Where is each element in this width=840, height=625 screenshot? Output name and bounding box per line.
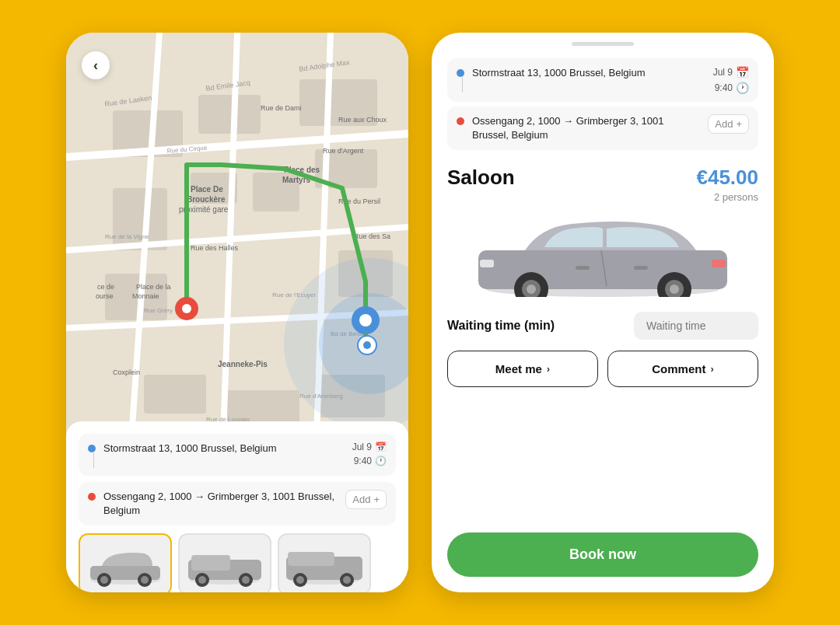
svg-point-66 [198,576,206,584]
vehicle-image-area [447,208,758,301]
svg-point-73 [296,576,304,584]
svg-text:Jeanneke-Pis: Jeanneke-Pis [218,360,268,368]
vehicle-persons: 2 persons [447,191,758,203]
svg-rect-71 [288,552,334,566]
car-van-svg [182,541,268,588]
svg-text:Rue des Halles: Rue des Halles [191,244,239,252]
right-destination-address: Ossengang 2, 1000 → Grimberger 3, 1001 B… [472,114,700,142]
waiting-time-row: Waiting time (min) [447,312,758,340]
add-stop-button[interactable]: Add + [345,490,387,509]
svg-rect-84 [480,260,494,267]
left-bottom-card: Stormstraat 13, 1000 Brussel, Belgium Ju… [66,421,408,592]
svg-point-80 [527,285,536,294]
action-buttons: Meet me › Comment › [447,351,758,387]
car-minibus-svg [282,541,367,588]
map-area: Rue de Laeken Bd Emile Jacq Bd Adolphe M… [66,33,408,484]
svg-rect-88 [634,266,648,270]
svg-text:Place de la: Place de la [136,283,171,291]
car-thumbnail-list [79,533,396,592]
svg-text:Rue de Dami: Rue de Dami [261,104,302,112]
origin-text: Stormstraat 13, 1000 Brussel, Belgium [103,442,345,456]
comment-button[interactable]: Comment › [607,351,758,387]
svg-rect-87 [576,266,590,270]
svg-rect-85 [712,260,726,267]
comment-chevron-icon: › [710,363,713,375]
origin-time: 9:40 🕐 [354,456,387,466]
left-destination-row: Ossengang 2, 1000 → Grimberger 3, 1001 B… [79,482,396,525]
right-destination-dot [457,117,464,125]
right-origin-time: 9:40 🕐 [715,82,749,94]
vehicle-image-svg [463,211,743,297]
svg-text:Monnaie: Monnaie [132,292,159,300]
svg-point-61 [141,576,149,584]
right-content: Stormstraat 13, 1000 Brussel, Belgium Ju… [432,46,774,592]
svg-point-75 [343,576,351,584]
svg-point-68 [242,576,250,584]
right-phone: Stormstraat 13, 1000 Brussel, Belgium Ju… [432,33,774,592]
right-origin-date: Jul 9 📅 [713,66,749,79]
svg-text:Brouckère: Brouckère [187,195,226,204]
book-now-button[interactable]: Book now [447,532,758,577]
right-origin-dot [457,69,464,77]
svg-text:ourse: ourse [96,292,114,300]
destination-text: Ossengang 2, 1000 → Grimberger 3, 1001 B… [103,490,338,518]
svg-rect-2 [198,95,261,134]
meet-me-chevron-icon: › [547,363,550,375]
back-icon: ‹ [93,58,98,74]
vehicle-header: Saloon €45.00 [447,166,758,190]
right-origin-address: Stormstraat 13, 1000 Brussel, Belgium [472,66,705,80]
svg-text:Rue de la Vigne: Rue de la Vigne [105,233,149,240]
right-origin-text: Stormstraat 13, 1000 Brussel, Belgium [472,66,705,80]
svg-text:Rue des Sa: Rue des Sa [354,232,390,240]
left-phone: Rue de Laeken Bd Emile Jacq Bd Adolphe M… [66,33,408,592]
svg-rect-64 [191,555,230,571]
destination-dot [88,493,96,501]
svg-text:Rue d'Argent: Rue d'Argent [323,147,364,155]
svg-point-51 [182,304,191,313]
svg-text:Rue Gréry: Rue Gréry [144,307,173,314]
vehicle-name: Saloon [447,166,515,190]
waiting-time-label: Waiting time (min) [447,319,555,333]
svg-text:Coxplein: Coxplein [113,368,140,376]
svg-text:Place De: Place De [191,185,223,194]
vehicle-price: €45.00 [696,166,758,190]
meet-me-button[interactable]: Meet me › [447,351,598,387]
origin-dot [88,445,96,452]
origin-address: Stormstraat 13, 1000 Brussel, Belgium [103,442,345,456]
right-add-stop-button[interactable]: Add + [708,114,749,134]
svg-point-55 [363,341,371,349]
right-origin-row: Stormstraat 13, 1000 Brussel, Belgium Ju… [447,58,758,102]
destination-address: Ossengang 2, 1000 → Grimberger 3, 1001 B… [103,490,338,518]
svg-text:ce de: ce de [97,283,114,291]
svg-rect-10 [144,375,206,414]
car-thumb-minibus[interactable] [278,533,371,592]
svg-point-59 [100,576,108,584]
origin-date: Jul 9 📅 [352,442,387,452]
right-destination-text: Ossengang 2, 1000 → Grimberger 3, 1001 B… [472,114,700,142]
svg-point-83 [670,285,679,294]
left-origin-row: Stormstraat 13, 1000 Brussel, Belgium Ju… [79,434,396,476]
waiting-time-input[interactable] [634,312,758,340]
car-thumb-saloon[interactable] [79,533,172,592]
map-svg: Rue de Laeken Bd Emile Jacq Bd Adolphe M… [66,33,408,484]
back-button[interactable]: ‹ [82,51,110,79]
svg-point-53 [359,314,372,326]
car-thumb-van[interactable] [178,533,271,592]
right-route-section: Stormstraat 13, 1000 Brussel, Belgium Ju… [447,58,758,155]
car-saloon-svg [82,541,168,588]
right-destination-row: Ossengang 2, 1000 → Grimberger 3, 1001 B… [447,106,758,150]
svg-text:Rue aux Choux: Rue aux Choux [338,116,387,124]
